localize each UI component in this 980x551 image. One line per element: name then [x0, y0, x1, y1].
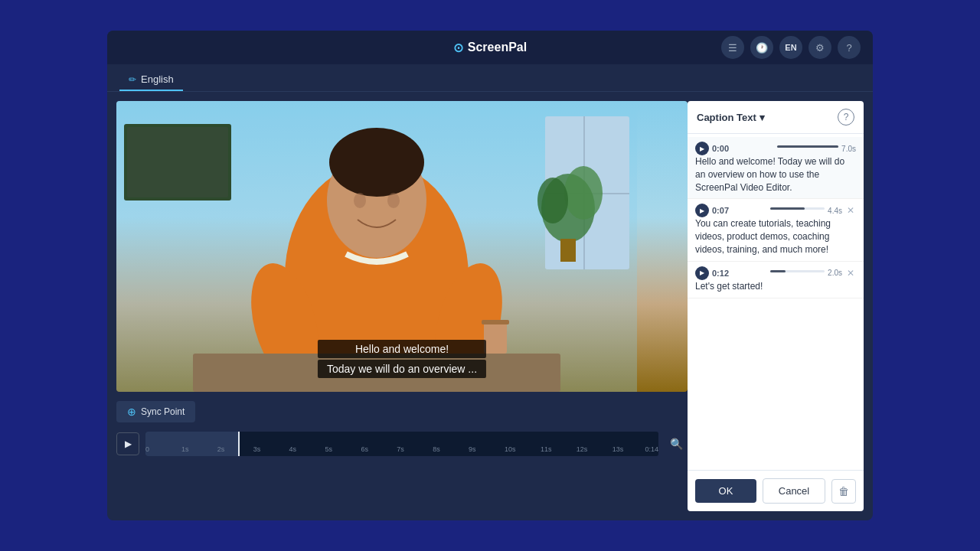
- timeline-section: ▶ 0 1s 2s 3s 4s 5s 6s 7s 8s: [116, 432, 688, 462]
- sync-point-label: Sync Point: [141, 406, 185, 417]
- tab-english[interactable]: ✏ English: [119, 69, 183, 91]
- caption-title-dropdown[interactable]: Caption Text ▾: [697, 112, 765, 123]
- search-icon: 🔍: [670, 438, 683, 450]
- entry-3-text: Let's get started!: [695, 280, 856, 293]
- entry-3-close-button[interactable]: ✕: [845, 268, 856, 279]
- subtitle-line-2: Today we will do an overview ...: [318, 360, 486, 378]
- caption-entries: ▶ 0:00 7.0s Hello and welcome! Today we …: [688, 134, 864, 470]
- app-window: ⊙ ScreenPal ☰ 🕐 EN ⚙ ? ✏ English: [107, 31, 873, 520]
- history-icon: 🕐: [756, 42, 768, 54]
- ruler-2s: 2s: [217, 445, 225, 453]
- play-icon-small: ▶: [700, 145, 704, 152]
- caption-title-label: Caption Text: [697, 112, 756, 123]
- entry-1-bar-row: ▶ 0:00 7.0s: [695, 142, 856, 155]
- menu-icon: ☰: [728, 42, 737, 54]
- entry-1-play-button[interactable]: ▶: [695, 142, 709, 155]
- language-btn[interactable]: EN: [779, 36, 802, 59]
- main-content: Hello and welcome! Today we will do an o…: [107, 92, 873, 520]
- logo-icon: ⊙: [453, 41, 463, 55]
- ruler-7s: 7s: [397, 445, 404, 453]
- timeline-track[interactable]: 0 1s 2s 3s 4s 5s 6s 7s 8s 9s 10s 11s 12s…: [145, 432, 658, 456]
- entry-2-progress: [770, 207, 805, 210]
- entry-3-play-button[interactable]: ▶: [695, 266, 709, 280]
- ruler-6s: 6s: [361, 445, 368, 453]
- svg-point-14: [387, 193, 400, 208]
- entry-2-play-button[interactable]: ▶: [695, 204, 709, 217]
- entry-2-close-button[interactable]: ✕: [845, 205, 856, 216]
- settings-btn[interactable]: ⚙: [808, 36, 831, 59]
- caption-entry-1: ▶ 0:00 7.0s Hello and welcome! Today we …: [688, 137, 864, 199]
- question-icon: ?: [844, 112, 849, 122]
- video-container: Hello and welcome! Today we will do an o…: [116, 101, 688, 392]
- entry-2-timecode: 0:07: [712, 206, 767, 215]
- entry-1-text: Hello and welcome! Today we will do an o…: [695, 155, 856, 194]
- entry-2-text: You can create tutorials, teaching video…: [695, 217, 856, 256]
- subtitle-line-1: Hello and welcome!: [318, 340, 486, 358]
- svg-point-7: [564, 166, 603, 220]
- caption-panel: Caption Text ▾ ? ▶ 0:00: [688, 101, 864, 511]
- entry-1-progress: [777, 145, 839, 148]
- trash-icon: 🗑: [838, 485, 849, 497]
- caption-help-button[interactable]: ?: [838, 109, 854, 126]
- ruler-9s: 9s: [469, 445, 476, 453]
- entry-2-bar-row: ▶ 0:07 4.4s ✕: [695, 204, 856, 217]
- language-label: EN: [785, 43, 796, 52]
- timeline-cursor: [238, 432, 240, 456]
- play-icon-small-3: ▶: [700, 269, 704, 276]
- entry-3-bar-row: ▶ 0:12 2.0s ✕: [695, 266, 856, 280]
- caption-footer: OK Cancel 🗑: [688, 470, 864, 511]
- ruler-10s: 10s: [505, 445, 516, 453]
- caption-entry-2: ▶ 0:07 4.4s ✕ You can create tutorials, …: [688, 199, 864, 261]
- entry-3-progress: [770, 270, 786, 272]
- svg-rect-9: [560, 239, 576, 262]
- ruler-1s: 1s: [181, 445, 189, 453]
- entry-1-duration: 7.0s: [841, 145, 856, 153]
- ruler-end: 0:14: [645, 445, 658, 453]
- tabs-bar: ✏ English: [107, 64, 873, 92]
- entry-2-timebar: [770, 207, 825, 210]
- svg-point-8: [537, 178, 568, 223]
- titlebar: ⊙ ScreenPal ☰ 🕐 EN ⚙ ?: [107, 31, 873, 64]
- entry-1-timecode: 0:00: [712, 144, 774, 153]
- search-timeline-button[interactable]: 🔍: [665, 432, 688, 455]
- history-icon-btn[interactable]: 🕐: [750, 36, 773, 59]
- ruler-5s: 5s: [325, 445, 333, 453]
- entry-3-duration: 2.0s: [828, 269, 842, 277]
- settings-icon: ⚙: [815, 42, 825, 54]
- delete-button[interactable]: 🗑: [831, 479, 856, 504]
- plus-circle-icon: ⊕: [127, 406, 136, 418]
- ruler-13s: 13s: [612, 445, 624, 453]
- ruler-8s: 8s: [433, 445, 440, 453]
- ruler-3s: 3s: [253, 445, 261, 453]
- ruler-12s: 12s: [577, 445, 588, 453]
- entry-2-duration: 4.4s: [828, 207, 842, 215]
- titlebar-actions: ☰ 🕐 EN ⚙ ?: [721, 36, 861, 59]
- app-logo: ⊙ ScreenPal: [453, 41, 527, 55]
- play-button[interactable]: ▶: [116, 432, 139, 455]
- edit-icon: ✏: [129, 74, 136, 85]
- video-section: Hello and welcome! Today we will do an o…: [107, 92, 688, 520]
- app-title: ScreenPal: [468, 41, 527, 54]
- dropdown-arrow-icon: ▾: [760, 112, 765, 123]
- menu-icon-btn[interactable]: ☰: [721, 36, 744, 59]
- svg-rect-19: [482, 320, 509, 324]
- ruler-0: 0: [145, 445, 149, 453]
- subtitle-overlay: Hello and welcome! Today we will do an o…: [318, 340, 486, 380]
- entry-3-timecode: 0:12: [712, 269, 767, 278]
- video-frame: Hello and welcome! Today we will do an o…: [116, 101, 688, 392]
- caption-entry-3: ▶ 0:12 2.0s ✕ Let's get started!: [688, 262, 864, 298]
- caption-panel-header: Caption Text ▾ ?: [688, 101, 864, 134]
- sync-point-bar: ⊕ Sync Point: [116, 398, 688, 425]
- help-icon: ?: [846, 42, 851, 54]
- ruler-4s: 4s: [289, 445, 297, 453]
- play-icon-small-2: ▶: [700, 207, 704, 214]
- svg-point-12: [329, 128, 424, 197]
- ok-button[interactable]: OK: [695, 479, 756, 503]
- play-icon: ▶: [125, 439, 132, 449]
- help-btn[interactable]: ?: [838, 36, 861, 59]
- sync-point-button[interactable]: ⊕ Sync Point: [116, 401, 195, 422]
- cancel-button[interactable]: Cancel: [763, 478, 825, 504]
- svg-rect-2: [127, 127, 228, 197]
- svg-rect-18: [484, 323, 507, 354]
- svg-point-13: [354, 193, 366, 208]
